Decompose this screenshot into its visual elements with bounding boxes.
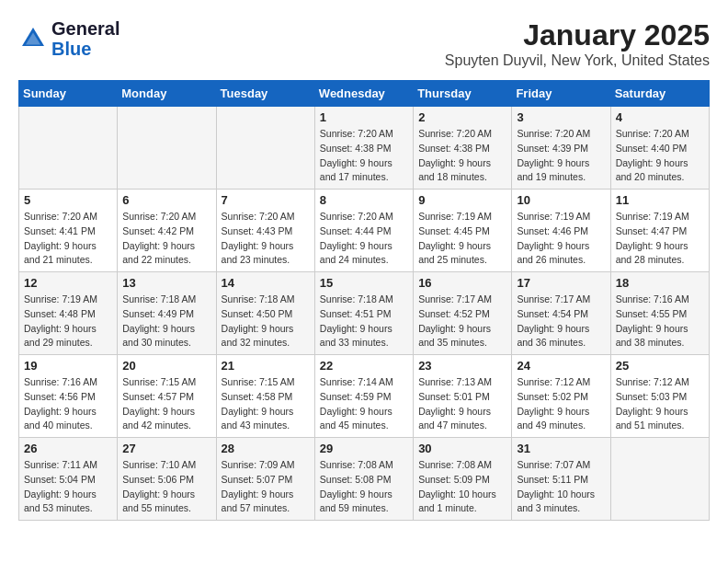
calendar-cell	[216, 107, 314, 190]
day-info: Sunrise: 7:09 AM Sunset: 5:07 PM Dayligh…	[222, 458, 310, 516]
calendar-cell: 22Sunrise: 7:14 AM Sunset: 4:59 PM Dayli…	[314, 355, 413, 438]
weekday-header-monday: Monday	[118, 81, 216, 107]
calendar-cell: 31Sunrise: 7:07 AM Sunset: 5:11 PM Dayli…	[512, 438, 610, 521]
day-info: Sunrise: 7:18 AM Sunset: 4:51 PM Dayligh…	[320, 293, 408, 350]
day-number: 3	[517, 110, 605, 124]
day-info: Sunrise: 7:19 AM Sunset: 4:45 PM Dayligh…	[418, 210, 506, 268]
calendar-cell: 30Sunrise: 7:08 AM Sunset: 5:09 PM Dayli…	[414, 438, 512, 521]
day-number: 12	[24, 276, 112, 290]
weekday-header-saturday: Saturday	[610, 81, 709, 107]
day-number: 30	[418, 442, 506, 455]
calendar-cell: 7Sunrise: 7:20 AM Sunset: 4:43 PM Daylig…	[216, 190, 314, 272]
calendar-cell: 8Sunrise: 7:20 AM Sunset: 4:44 PM Daylig…	[314, 190, 413, 272]
day-info: Sunrise: 7:13 AM Sunset: 5:01 PM Dayligh…	[418, 375, 506, 433]
day-info: Sunrise: 7:20 AM Sunset: 4:38 PM Dayligh…	[418, 127, 506, 185]
calendar-cell: 9Sunrise: 7:19 AM Sunset: 4:45 PM Daylig…	[414, 190, 512, 272]
day-info: Sunrise: 7:17 AM Sunset: 4:52 PM Dayligh…	[418, 293, 506, 350]
day-info: Sunrise: 7:20 AM Sunset: 4:42 PM Dayligh…	[122, 210, 210, 268]
calendar-cell: 28Sunrise: 7:09 AM Sunset: 5:07 PM Dayli…	[216, 438, 314, 521]
day-info: Sunrise: 7:20 AM Sunset: 4:40 PM Dayligh…	[616, 127, 704, 185]
day-number: 19	[24, 359, 112, 373]
day-number: 20	[122, 359, 210, 373]
day-number: 24	[517, 359, 605, 373]
calendar-header-row: SundayMondayTuesdayWednesdayThursdayFrid…	[19, 81, 710, 107]
calendar-cell: 17Sunrise: 7:17 AM Sunset: 4:54 PM Dayli…	[512, 272, 610, 355]
page: General Blue January 2025 Spuyten Duyvil…	[0, 0, 728, 530]
header: General Blue January 2025 Spuyten Duyvil…	[18, 18, 710, 69]
day-info: Sunrise: 7:14 AM Sunset: 4:59 PM Dayligh…	[320, 375, 408, 433]
calendar-cell	[19, 107, 118, 190]
day-number: 4	[616, 110, 704, 124]
day-number: 15	[320, 276, 408, 290]
calendar-cell: 19Sunrise: 7:16 AM Sunset: 4:56 PM Dayli…	[19, 355, 118, 438]
calendar-table: SundayMondayTuesdayWednesdayThursdayFrid…	[18, 80, 710, 521]
subtitle: Spuyten Duyvil, New York, United States	[445, 52, 710, 69]
day-info: Sunrise: 7:16 AM Sunset: 4:55 PM Dayligh…	[616, 293, 704, 350]
calendar-cell: 12Sunrise: 7:19 AM Sunset: 4:48 PM Dayli…	[19, 272, 118, 355]
day-number: 29	[320, 442, 408, 455]
calendar-cell: 25Sunrise: 7:12 AM Sunset: 5:03 PM Dayli…	[610, 355, 709, 438]
calendar-cell	[610, 438, 709, 521]
logo-text: General Blue	[51, 18, 119, 59]
day-number: 5	[24, 193, 112, 207]
day-number: 9	[418, 193, 506, 207]
day-info: Sunrise: 7:15 AM Sunset: 4:57 PM Dayligh…	[122, 375, 210, 433]
calendar-cell: 18Sunrise: 7:16 AM Sunset: 4:55 PM Dayli…	[610, 272, 709, 355]
calendar-cell: 16Sunrise: 7:17 AM Sunset: 4:52 PM Dayli…	[414, 272, 512, 355]
calendar-cell: 1Sunrise: 7:20 AM Sunset: 4:38 PM Daylig…	[314, 107, 413, 190]
weekday-header-tuesday: Tuesday	[216, 81, 314, 107]
day-info: Sunrise: 7:11 AM Sunset: 5:04 PM Dayligh…	[24, 458, 112, 516]
day-number: 2	[418, 110, 506, 124]
calendar-cell: 11Sunrise: 7:19 AM Sunset: 4:47 PM Dayli…	[610, 190, 709, 272]
weekday-header-sunday: Sunday	[19, 81, 118, 107]
calendar-cell	[118, 107, 216, 190]
day-info: Sunrise: 7:07 AM Sunset: 5:11 PM Dayligh…	[517, 458, 605, 516]
calendar-cell: 21Sunrise: 7:15 AM Sunset: 4:58 PM Dayli…	[216, 355, 314, 438]
day-info: Sunrise: 7:20 AM Sunset: 4:44 PM Dayligh…	[320, 210, 408, 268]
calendar-week-4: 19Sunrise: 7:16 AM Sunset: 4:56 PM Dayli…	[19, 355, 710, 438]
day-number: 31	[517, 442, 605, 455]
day-number: 21	[222, 359, 310, 373]
title-block: January 2025 Spuyten Duyvil, New York, U…	[445, 18, 710, 69]
calendar-week-3: 12Sunrise: 7:19 AM Sunset: 4:48 PM Dayli…	[19, 272, 710, 355]
day-info: Sunrise: 7:19 AM Sunset: 4:47 PM Dayligh…	[616, 210, 704, 268]
day-info: Sunrise: 7:10 AM Sunset: 5:06 PM Dayligh…	[122, 458, 210, 516]
calendar-cell: 14Sunrise: 7:18 AM Sunset: 4:50 PM Dayli…	[216, 272, 314, 355]
weekday-header-thursday: Thursday	[414, 81, 512, 107]
day-number: 26	[24, 442, 112, 455]
day-number: 10	[517, 193, 605, 207]
day-info: Sunrise: 7:16 AM Sunset: 4:56 PM Dayligh…	[24, 375, 112, 433]
day-info: Sunrise: 7:17 AM Sunset: 4:54 PM Dayligh…	[517, 293, 605, 350]
logo-line2: Blue	[51, 39, 119, 59]
day-number: 8	[320, 193, 408, 207]
calendar-cell: 27Sunrise: 7:10 AM Sunset: 5:06 PM Dayli…	[118, 438, 216, 521]
calendar-cell: 13Sunrise: 7:18 AM Sunset: 4:49 PM Dayli…	[118, 272, 216, 355]
calendar-cell: 2Sunrise: 7:20 AM Sunset: 4:38 PM Daylig…	[414, 107, 512, 190]
calendar-cell: 5Sunrise: 7:20 AM Sunset: 4:41 PM Daylig…	[19, 190, 118, 272]
calendar-cell: 6Sunrise: 7:20 AM Sunset: 4:42 PM Daylig…	[118, 190, 216, 272]
day-number: 17	[517, 276, 605, 290]
logo-icon	[18, 24, 48, 53]
day-number: 16	[418, 276, 506, 290]
calendar-week-1: 1Sunrise: 7:20 AM Sunset: 4:38 PM Daylig…	[19, 107, 710, 190]
day-info: Sunrise: 7:18 AM Sunset: 4:49 PM Dayligh…	[122, 293, 210, 350]
day-info: Sunrise: 7:19 AM Sunset: 4:48 PM Dayligh…	[24, 293, 112, 350]
day-number: 27	[122, 442, 210, 455]
day-info: Sunrise: 7:08 AM Sunset: 5:08 PM Dayligh…	[320, 458, 408, 516]
logo-line1: General	[51, 18, 119, 39]
day-info: Sunrise: 7:18 AM Sunset: 4:50 PM Dayligh…	[222, 293, 310, 350]
day-number: 18	[616, 276, 704, 290]
day-info: Sunrise: 7:12 AM Sunset: 5:03 PM Dayligh…	[616, 375, 704, 433]
logo: General Blue	[18, 18, 119, 59]
day-number: 11	[616, 193, 704, 207]
calendar-cell: 4Sunrise: 7:20 AM Sunset: 4:40 PM Daylig…	[610, 107, 709, 190]
day-info: Sunrise: 7:20 AM Sunset: 4:43 PM Dayligh…	[222, 210, 310, 268]
day-number: 28	[222, 442, 310, 455]
day-number: 13	[122, 276, 210, 290]
main-title: January 2025	[445, 18, 710, 52]
day-number: 1	[320, 110, 408, 124]
calendar-cell: 23Sunrise: 7:13 AM Sunset: 5:01 PM Dayli…	[414, 355, 512, 438]
day-info: Sunrise: 7:20 AM Sunset: 4:38 PM Dayligh…	[320, 127, 408, 185]
day-info: Sunrise: 7:19 AM Sunset: 4:46 PM Dayligh…	[517, 210, 605, 268]
day-number: 25	[616, 359, 704, 373]
